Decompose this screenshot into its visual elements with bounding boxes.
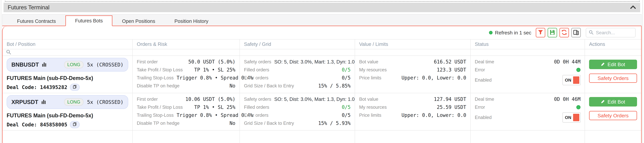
kv-value: Upper: 0.0, Lower: 0.0 <box>402 74 466 82</box>
value-limits-cell: Bot value616.52 USDT My resources123.3 U… <box>355 56 471 93</box>
columns-button[interactable] <box>571 28 581 37</box>
kv-label: Bot value <box>359 58 378 66</box>
futures-terminal-panel: Futures Terminal Futures Contracts Futur… <box>1 0 643 143</box>
deal-code: Deal Code: 845858005 <box>7 122 67 127</box>
kv-value: 15% / 5.85% <box>318 82 350 90</box>
table-row: XRPUSDT LONG 5x (CROSSED) FUTURES Main (… <box>2 93 641 130</box>
tab-position-history[interactable]: Position History <box>165 16 218 26</box>
tab-content-panel: Refresh in 1 sec <box>2 26 642 143</box>
filter-button[interactable] <box>536 28 545 37</box>
safety-grid-cell: Safety ordersSO: 5, Dist: 3.0%, Mart: 1.… <box>240 93 355 130</box>
search-input[interactable] <box>596 30 630 36</box>
refresh-countdown-text: Refresh in 1 sec <box>495 30 531 36</box>
error-status-dot <box>576 105 580 109</box>
bot-pill[interactable]: BNBUSDT LONG 5x (CROSSED) <box>7 58 128 72</box>
col-header-status: Status <box>471 40 585 49</box>
kv-label: Bot value <box>359 95 378 103</box>
columns-icon <box>573 29 579 36</box>
copy-deal-code-button[interactable] <box>70 84 80 91</box>
kv-value: 50.0 USDT (5.0%) <box>188 58 236 66</box>
bot-symbol: XRPUSDT <box>12 99 38 105</box>
enabled-toggle[interactable]: ON <box>562 112 581 122</box>
empty-table-row <box>2 130 641 143</box>
edit-bot-button[interactable]: Edit Bot <box>589 97 637 106</box>
kv-label: Filled orders <box>244 66 269 74</box>
table-header-row: Bot / Position Orders & Risk Safety / Gr… <box>2 40 641 49</box>
deal-time-value: 0D 0H 44M <box>554 58 580 66</box>
toggle-on-label: ON <box>565 113 572 121</box>
kv-value: 0/5 <box>342 66 350 74</box>
pencil-icon <box>601 99 605 105</box>
tab-futures-bots[interactable]: Futures Bots <box>66 16 112 26</box>
bot-position-cell: XRPUSDT LONG 5x (CROSSED) FUTURES Main (… <box>2 93 133 130</box>
kv-value: 15% / 5.93% <box>318 119 350 127</box>
enabled-toggle[interactable]: ON <box>562 75 581 85</box>
refresh-status: Refresh in 1 sec <box>489 30 531 36</box>
side-badge: LONG <box>64 61 84 68</box>
table-row: BNBUSDT LONG 5x (CROSSED) FUTURES Main (… <box>2 56 641 93</box>
kv-label: Grid Size / Back to Entry <box>244 82 294 90</box>
kv-label: Safety orders <box>244 58 271 66</box>
edit-bot-button[interactable]: Edit Bot <box>589 60 637 69</box>
safety-orders-button[interactable]: Safety Orders <box>589 111 637 120</box>
panel-titlebar: Futures Terminal <box>4 3 640 12</box>
kv-label: Trailing Stop-Loss <box>137 111 174 119</box>
orders-risk-cell: First order10.06 USDT (5.0%) Take Profit… <box>133 93 240 130</box>
filter-icon <box>538 30 543 36</box>
deal-time-value: 0D 0H 46M <box>554 95 580 103</box>
account-name: FUTURES Main (sub-FD-Demo-5x) <box>7 75 128 81</box>
tab-open-positions[interactable]: Open Positions <box>112 16 165 26</box>
kv-label: Price limits <box>359 74 381 82</box>
kv-label: Error <box>475 103 485 111</box>
safety-orders-label: Safety Orders <box>598 113 628 118</box>
save-icon <box>550 30 555 36</box>
error-status-dot <box>576 68 580 72</box>
kv-value: No <box>230 119 236 127</box>
copy-deal-code-button[interactable] <box>70 121 80 128</box>
search-icon <box>6 50 11 55</box>
side-badge: LONG <box>64 98 84 106</box>
kv-label: My resources <box>359 103 387 111</box>
collapse-panel-button[interactable] <box>630 5 636 10</box>
leverage-label: 5x (CROSSED) <box>87 62 124 68</box>
edit-bot-label: Edit Bot <box>608 62 625 67</box>
kv-label: Error orders <box>244 111 268 119</box>
kv-label: Error <box>475 66 485 74</box>
kv-value: Upper: 0.0, Lower: 0.0 <box>402 111 466 119</box>
kv-value: SO: 5, Dist: 3.0%, Mart: 1.3, Dyn: 1.0 <box>274 58 354 66</box>
panel-title: Futures Terminal <box>8 4 50 11</box>
kv-label: Filled orders <box>244 103 269 111</box>
kv-label: Deal time <box>475 95 494 103</box>
bot-position-cell: BNBUSDT LONG 5x (CROSSED) FUTURES Main (… <box>2 56 133 93</box>
bot-symbol: BNBUSDT <box>12 62 39 68</box>
safety-grid-cell: Safety ordersSO: 5, Dist: 3.0%, Mart: 1.… <box>240 56 355 93</box>
tab-futures-contracts[interactable]: Futures Contracts <box>8 16 66 26</box>
col-header-bot-position: Bot / Position <box>2 40 133 49</box>
save-button[interactable] <box>548 28 557 37</box>
kv-label: Enabled <box>475 113 492 121</box>
kv-label: Error orders <box>244 74 268 82</box>
kv-label: First order <box>137 95 158 103</box>
kv-value: 25.59 USDT <box>437 103 466 111</box>
value-limits-cell: Bot value127.94 USDT My resources25.59 U… <box>355 93 471 130</box>
refresh-button[interactable] <box>560 28 569 37</box>
leverage-label: 5x (CROSSED) <box>87 99 124 105</box>
account-name: FUTURES Main (sub-FD-Demo-5x) <box>7 112 128 119</box>
tab-strip: Futures Contracts Futures Bots Open Posi… <box>2 14 642 26</box>
safety-orders-button[interactable]: Safety Orders <box>589 74 637 83</box>
col-header-value-limits: Value / Limits <box>355 40 471 49</box>
kv-label: Take Profit / Stop Loss <box>137 103 183 111</box>
table-toolbar: Refresh in 1 sec <box>2 26 641 39</box>
col-header-orders-risk: Orders & Risk <box>133 40 240 49</box>
kv-label: Enabled <box>475 76 492 84</box>
refresh-icon <box>562 30 567 36</box>
status-cell: Deal time0D 0H 46M Error Enabled ON <box>471 93 585 130</box>
bot-filter-cell[interactable] <box>2 49 133 56</box>
copy-icon <box>73 85 76 90</box>
kv-value: 10.06 USDT (5.0%) <box>185 95 236 103</box>
kv-value: SO: 5, Dist: 3.0%, Mart: 1.3, Dyn: 1.0 <box>274 95 354 103</box>
search-box <box>586 28 636 37</box>
orders-risk-cell: First order50.0 USDT (5.0%) Take Profit … <box>133 56 240 93</box>
bot-pill[interactable]: XRPUSDT LONG 5x (CROSSED) <box>7 95 128 109</box>
bots-table: Bot / Position Orders & Risk Safety / Gr… <box>2 39 641 143</box>
